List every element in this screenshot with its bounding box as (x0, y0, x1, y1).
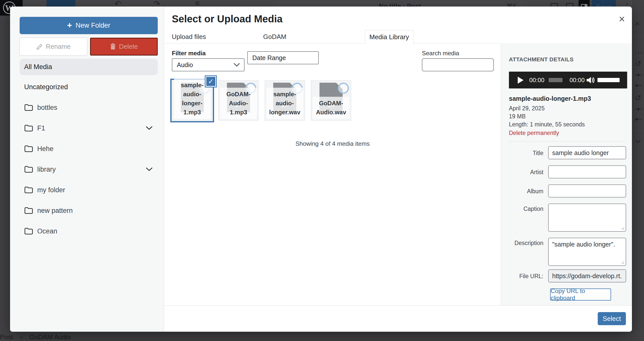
volume-slider[interactable] (597, 78, 620, 82)
description-field[interactable]: "sample audio longer". (548, 238, 626, 266)
attachment-details-panel: ATTACHMENT DETAILS 00:00 00:00 sample-au… (501, 43, 632, 305)
folder-icon (24, 207, 33, 214)
media-item-godam-audio-wav[interactable]: ♫ GoDAM-Audio.wav (311, 80, 351, 121)
reset-icon: ↺ (635, 93, 641, 102)
delete-label: Delete (119, 43, 138, 51)
folder-label: bottles (37, 104, 57, 112)
folder-label: new pattern (37, 207, 73, 215)
breadcrumb-post: Post (0, 333, 13, 341)
media-item-sample-audio-longer-wav[interactable]: ♫ sample-audio-longer.wav (265, 80, 305, 121)
breadcrumb: Post›GoDAM Audio (0, 333, 176, 341)
folder-icon (24, 186, 33, 194)
search-media-label: Search media (422, 50, 459, 57)
selected-checkbox[interactable]: ✓ (206, 76, 216, 87)
attachment-filesize: 19 MB (509, 113, 526, 120)
sidebar-folder-f1[interactable]: F1 (20, 118, 158, 138)
attachment-filename: sample-audio-longer-1.mp3 (509, 95, 591, 102)
tab-upload-files[interactable]: Upload files (172, 30, 206, 43)
folder-icon (24, 227, 33, 235)
filter-media-label: Filter media (172, 50, 206, 57)
delete-folder-button[interactable]: Delete (90, 38, 158, 56)
media-filename: sample-audio-longer-1.mp3 (174, 79, 211, 119)
select-button[interactable]: Select (598, 312, 626, 325)
sidebar-folder-library[interactable]: library (20, 159, 158, 180)
sidebar-folder-bottles[interactable]: bottles (20, 97, 158, 118)
close-icon[interactable]: × (615, 12, 629, 26)
volume-icon[interactable] (586, 76, 596, 84)
sidebar-item-all-media[interactable]: All Media (20, 59, 158, 75)
media-filename: GoDAM-Audio-1.mp3 (220, 88, 257, 119)
divider (632, 35, 644, 35)
date-range-value: Date Range (252, 54, 286, 62)
slider-icon (635, 108, 642, 111)
album-field[interactable] (548, 184, 626, 198)
modal-footer: Select (164, 305, 632, 332)
description-field-label: Description (509, 240, 543, 247)
attachment-date: April 29, 2025 (509, 105, 545, 112)
tab-godam[interactable]: GoDAM (263, 30, 286, 43)
artist-field[interactable] (548, 165, 626, 178)
chevron-down-icon[interactable] (146, 167, 153, 172)
media-type-value: Audio (177, 61, 193, 69)
sidebar-item-uncategorized[interactable]: Uncategorized (20, 79, 158, 95)
new-folder-label: New Folder (75, 22, 110, 29)
sidebar-folder-new-pattern[interactable]: new pattern (20, 200, 158, 221)
attachment-details-heading: ATTACHMENT DETAILS (509, 56, 574, 63)
divider (509, 141, 626, 141)
chevron-down-icon (233, 63, 240, 67)
rename-label: Rename (46, 43, 70, 51)
copy-url-button[interactable]: Copy URL to clipboard (550, 288, 611, 301)
folder-icon (24, 145, 33, 153)
media-modal: + New Folder Rename Delete All Media Unc… (10, 7, 632, 332)
divider (632, 131, 644, 131)
search-input[interactable] (422, 58, 494, 71)
caption-field-label: Caption (509, 206, 543, 212)
title-field-label: Title (509, 150, 543, 157)
sidebar-folder-my-folder[interactable]: my folder (20, 180, 158, 200)
reset-icon: ↺ (635, 59, 641, 68)
folder-label: F1 (37, 124, 45, 132)
new-folder-button[interactable]: + New Folder (20, 17, 158, 34)
check-icon: ✓ (208, 78, 214, 85)
folder-label: my folder (37, 186, 65, 194)
editor-settings-strip: × ⋯ ↺ ↺ (632, 0, 644, 341)
media-filename: GoDAM-Audio.wav (313, 97, 349, 119)
title-field[interactable] (548, 146, 626, 159)
folder-label: Hehe (37, 145, 54, 153)
slider-icon (635, 73, 642, 76)
sidebar-folder-hehe[interactable]: Hehe (20, 138, 158, 159)
chevron-down-icon[interactable] (146, 126, 153, 130)
progress-bar[interactable] (549, 78, 562, 82)
chevron-down-icon (635, 140, 641, 143)
trash-icon (110, 43, 116, 50)
date-range-input[interactable]: Date Range (247, 51, 319, 64)
close-settings-icon: × (635, 19, 640, 28)
duration-time: 00:00 (570, 77, 585, 84)
attachment-length: Length: 1 minute, 55 seconds (509, 121, 585, 128)
delete-permanently-link[interactable]: Delete permanently (509, 130, 559, 136)
selection-circle (338, 83, 349, 94)
caption-field[interactable] (548, 204, 626, 232)
slider-icon (635, 118, 642, 121)
sidebar-folder-ocean[interactable]: Ocean (20, 221, 158, 241)
modal-title: Select or Upload Media (172, 13, 283, 25)
plus-icon: + (67, 21, 72, 29)
slider-icon (635, 84, 642, 87)
audio-player: 00:00 00:00 (509, 72, 627, 88)
play-icon[interactable] (518, 77, 524, 84)
pencil-icon (36, 43, 43, 50)
current-time: 00:00 (529, 77, 544, 84)
media-tabs: Upload files Media Library GoDAM (164, 30, 632, 43)
rename-folder-button[interactable]: Rename (20, 38, 87, 56)
folder-sidebar: + New Folder Rename Delete All Media Unc… (10, 7, 164, 332)
file-url-field[interactable] (548, 269, 626, 282)
tab-media-library[interactable]: Media Library (365, 30, 414, 44)
media-item-sample-audio-longer-1[interactable]: ♫ sample-audio-longer-1.mp3 ✓ (172, 80, 212, 121)
media-filename: sample-audio-longer.wav (266, 88, 303, 119)
folder-icon (24, 104, 33, 111)
media-item-godam-audio-1[interactable]: ♫ GoDAM-Audio-1.mp3 (218, 80, 259, 121)
media-count-status: Showing 4 of 4 media items (164, 140, 501, 147)
folder-label: Ocean (37, 227, 57, 235)
artist-field-label: Artist (509, 169, 543, 176)
media-type-select[interactable]: Audio (172, 58, 245, 71)
